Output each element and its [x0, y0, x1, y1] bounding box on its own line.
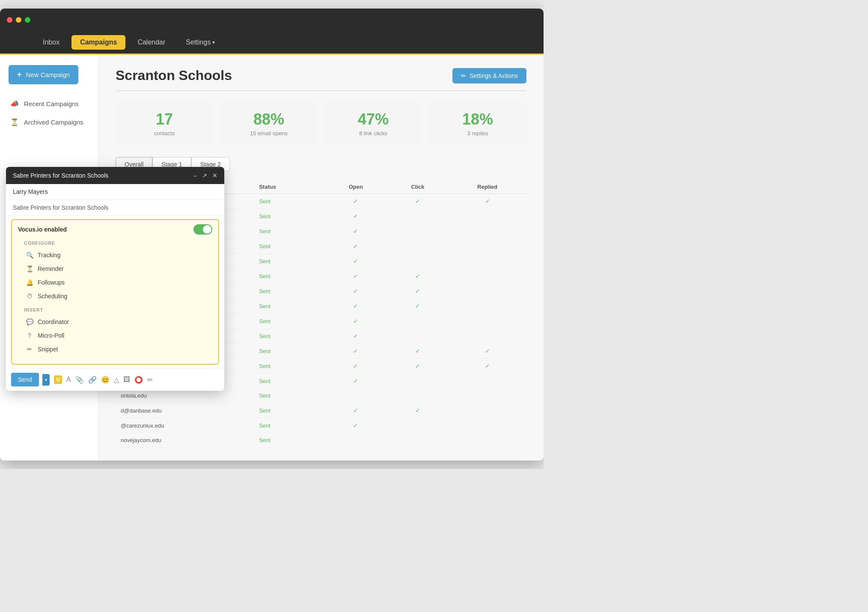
sidebar-item-archived-campaigns[interactable]: ⏳ Archived Campaigns — [0, 113, 98, 131]
cell-open: ✓ — [324, 284, 388, 299]
reminder-label: Reminder — [38, 265, 64, 272]
toggle-knob — [203, 225, 211, 234]
stats-row: 17 contacts 88% 15 email opens 47% 8 lin… — [116, 101, 526, 145]
menu-item-snippet[interactable]: ✏ Snippet — [24, 342, 206, 356]
cell-open: ✓ — [324, 329, 388, 344]
cell-replied — [448, 433, 526, 448]
cell-status: Sent — [254, 194, 324, 209]
cell-replied — [448, 299, 526, 314]
cell-status: Sent — [254, 224, 324, 239]
cell-click — [387, 209, 448, 224]
composer-subject: Sabre Printers for Scranton Schools — [6, 200, 224, 216]
minimize-composer-button[interactable]: – — [193, 172, 197, 179]
menu-item-followups[interactable]: 🔔 Followups — [24, 276, 206, 289]
cell-status: Sent — [254, 403, 324, 418]
snippet-icon: ✏ — [26, 346, 33, 353]
sidebar-item-recent-campaigns[interactable]: 📣 Recent Campaigns — [0, 95, 98, 113]
edit-icon[interactable]: ✏ — [147, 376, 153, 384]
menu-item-coordinator[interactable]: 💬 Coordinator — [24, 315, 206, 329]
stat-opens: 88% 15 email opens — [220, 101, 318, 145]
table-row[interactable]: @carezunlux.edu Sent ✓ — [116, 418, 526, 433]
stat-replies-label: 3 replies — [441, 130, 514, 137]
close-window-button[interactable] — [7, 17, 12, 23]
cell-replied: ✓ — [448, 344, 526, 359]
cell-click — [387, 329, 448, 344]
send-button[interactable]: Send — [11, 373, 39, 386]
cell-click — [387, 374, 448, 389]
table-row[interactable]: novejaycom.edu Sent — [116, 433, 526, 448]
menu-item-scheduling[interactable]: ⏱ Scheduling — [24, 289, 206, 303]
cell-status: Sent — [254, 209, 324, 224]
cell-click: ✓ — [387, 194, 448, 209]
minimize-window-button[interactable] — [16, 17, 21, 23]
menu-item-tracking[interactable]: 🔍 Tracking — [24, 248, 206, 262]
link-icon[interactable]: 🔗 — [88, 376, 97, 384]
navbar: Inbox Campaigns Calendar Settings ▾ — [0, 31, 544, 55]
new-campaign-label: New Campaign — [26, 71, 70, 78]
composer-controls: – ↗ ✕ — [193, 172, 217, 179]
attachment-icon[interactable]: 📎 — [75, 376, 84, 384]
cell-open: ✓ — [324, 299, 388, 314]
new-campaign-button[interactable]: + New Campaign — [9, 65, 78, 84]
send-dropdown-button[interactable]: ▾ — [42, 374, 50, 386]
maximize-window-button[interactable] — [25, 17, 30, 23]
cell-replied — [448, 418, 526, 433]
cell-status: Sent — [254, 344, 324, 359]
stat-replies-value: 18% — [441, 110, 514, 128]
nav-inbox[interactable]: Inbox — [34, 35, 68, 50]
table-row[interactable]: d@danbase.edu Sent ✓ ✓ — [116, 403, 526, 418]
col-open: Open — [324, 180, 388, 194]
stat-contacts-label: contacts — [128, 130, 201, 137]
cell-open: ✓ — [324, 403, 388, 418]
cell-open: ✓ — [324, 374, 388, 389]
vocus-label: Vocus.io enabled — [18, 226, 67, 233]
image-icon[interactable]: 🖼 — [123, 376, 130, 383]
vocus-toolbar-icon[interactable]: V — [54, 375, 62, 384]
cell-open: ✓ — [324, 418, 388, 433]
nav-settings[interactable]: Settings ▾ — [177, 35, 223, 50]
cell-replied: ✓ — [448, 194, 526, 209]
coordinator-icon: 💬 — [26, 318, 33, 325]
cell-open: ✓ — [324, 314, 388, 329]
menu-item-reminder[interactable]: ⏳ Reminder — [24, 262, 206, 276]
campaign-title: Scranton Schools — [116, 68, 232, 83]
cell-replied — [448, 239, 526, 254]
more-icon[interactable]: ⭕ — [134, 376, 143, 384]
settings-dropdown-icon: ▾ — [212, 39, 215, 45]
cell-open: ✓ — [324, 239, 388, 254]
cell-open: ✓ — [324, 359, 388, 374]
configure-section-label: CONFIGURE — [24, 241, 206, 246]
cell-click — [387, 254, 448, 269]
stat-opens-label: 15 email opens — [232, 130, 306, 137]
cell-status: Sent — [254, 314, 324, 329]
snippet-label: Snippet — [38, 346, 58, 353]
cell-status: Sent — [254, 418, 324, 433]
cell-replied — [448, 403, 526, 418]
col-replied: Replied — [448, 180, 526, 194]
cell-replied: ✓ — [448, 359, 526, 374]
micro-poll-icon: ? — [26, 332, 33, 339]
text-format-icon[interactable]: A — [66, 376, 71, 383]
cell-click — [387, 314, 448, 329]
micro-poll-label: Micro-Poll — [38, 332, 64, 339]
close-composer-button[interactable]: ✕ — [212, 172, 217, 179]
emoji-icon[interactable]: 😊 — [101, 376, 110, 384]
cell-click — [387, 433, 448, 448]
composer-toolbar: Send ▾ V A 📎 🔗 😊 △ 🖼 ⭕ ✏ — [6, 368, 224, 391]
nav-campaigns[interactable]: Campaigns — [71, 35, 125, 50]
stat-contacts: 17 contacts — [116, 101, 213, 145]
reminder-icon: ⏳ — [26, 265, 33, 272]
settings-actions-button[interactable]: ✏ Settings & Actions — [452, 68, 526, 83]
cell-status: Sent — [254, 389, 324, 403]
cell-status: Sent — [254, 374, 324, 389]
nav-calendar[interactable]: Calendar — [129, 35, 174, 50]
cell-replied — [448, 224, 526, 239]
cell-replied — [448, 269, 526, 284]
expand-composer-button[interactable]: ↗ — [202, 172, 207, 179]
insert-section-label: INSERT — [24, 307, 206, 312]
menu-item-micro-poll[interactable]: ? Micro-Poll — [24, 329, 206, 342]
vocus-toggle[interactable] — [193, 224, 212, 235]
cell-click — [387, 389, 448, 403]
drive-icon[interactable]: △ — [114, 376, 119, 384]
cell-click: ✓ — [387, 359, 448, 374]
